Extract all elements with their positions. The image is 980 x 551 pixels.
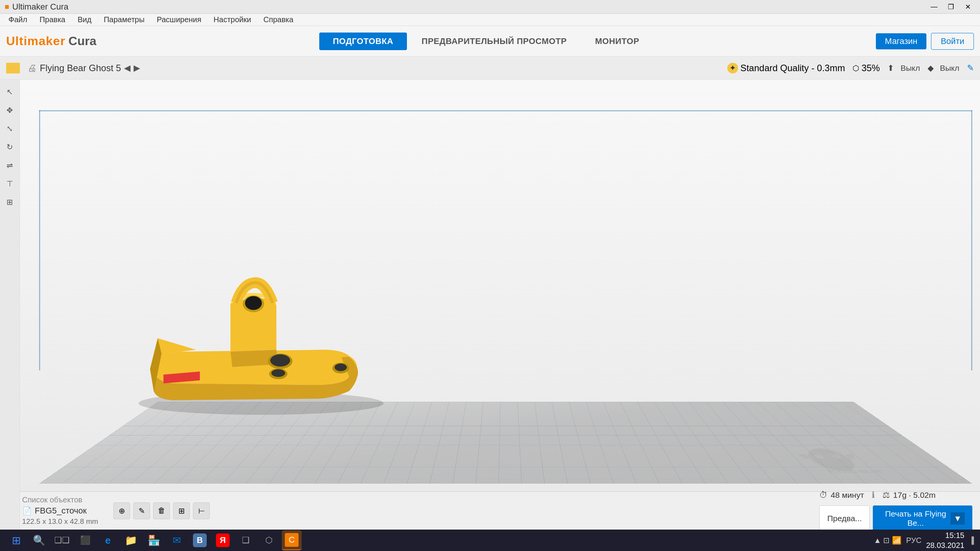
minimize-button[interactable]: — [926, 2, 942, 12]
menu-file[interactable]: Файл [3, 14, 33, 26]
system-tray: ▲ ⊡ 📶 [874, 536, 902, 545]
title-bar-left: ■ Ultimaker Cura [5, 2, 69, 12]
restore-button[interactable]: ❐ [943, 2, 959, 12]
taskbar-search[interactable]: 🔍 [29, 530, 49, 550]
weight-icon: ⚖ [882, 490, 890, 500]
language-indicator: РУС [906, 536, 921, 545]
object-section-label: Список объектов [22, 496, 98, 504]
taskbar-mail[interactable]: ✉ [167, 530, 187, 550]
object-name: FBG5_сточок [35, 506, 87, 516]
svg-text:FLYING BEAR: FLYING BEAR [825, 469, 885, 474]
quality-area[interactable]: ✦ Standard Quality - 0.3mm [727, 63, 845, 73]
taskbar-widgets[interactable]: ⬛ [75, 530, 95, 550]
taskbar-yandex[interactable]: Я [213, 530, 233, 550]
title-bar-controls: — ❐ ✕ [926, 2, 975, 12]
print-buttons: Предва... Печать на Flying Be... ▼ [819, 505, 972, 530]
app-container: Ultimaker Cura ПОДГОТОВКА ПРЕДВАРИТЕЛЬНЫ… [0, 26, 980, 530]
clock-date: 28.03.2021 [926, 540, 964, 550]
material-value: 17g · 5.02m [893, 491, 936, 500]
viewport[interactable]: FLYING BEAR [20, 80, 980, 530]
taskbar-store[interactable]: 🏪 [144, 530, 164, 550]
taskbar-edge[interactable]: e [98, 530, 118, 550]
move-tool-button[interactable]: ✥ [2, 103, 18, 118]
svg-point-12 [335, 364, 347, 371]
delete-object-button[interactable]: 🗑 [153, 502, 170, 519]
clock-time: 15:15 [926, 530, 964, 540]
time-value: 48 минут [831, 491, 864, 500]
taskbar-start[interactable]: ⊞ [6, 530, 26, 550]
preview-button[interactable]: Предва... [819, 505, 870, 530]
store-button[interactable]: Магазин [876, 33, 927, 49]
left-sidebar: ↖ ✥ ⤡ ↻ ⇌ ⊤ ⊞ [0, 80, 20, 530]
merge-objects-button[interactable]: ⊢ [193, 502, 210, 519]
secondary-toolbar: 🖨 Flying Bear Ghost 5 ◀ ▶ ✦ Standard Qua… [0, 57, 980, 80]
menu-extensions[interactable]: Расширения [152, 14, 207, 26]
info-panel: ▲ Список объектов 📄 FBG5_сточок 122.5 x … [0, 491, 980, 530]
infill-icon: ⬡ [853, 64, 859, 73]
main-toolbar: Ultimaker Cura ПОДГОТОВКА ПРЕДВАРИТЕЛЬНЫ… [0, 26, 980, 57]
printer-icon: 🖨 [28, 63, 37, 73]
info-icon[interactable]: ℹ [872, 490, 875, 500]
time-icon: ⏱ [819, 490, 828, 500]
login-button[interactable]: Войти [931, 33, 974, 50]
object-dimensions: 122.5 x 13.0 x 42.8 mm [22, 517, 98, 526]
support-icon: ⬆ [887, 64, 894, 73]
nav-preview-button[interactable]: ПРЕДВАРИТЕЛЬНЫЙ ПРОСМОТР [408, 33, 580, 50]
infill-area[interactable]: ⬡ 35% [853, 63, 880, 73]
3d-model [104, 262, 395, 422]
bed-wall-right [971, 110, 972, 370]
printer-next-button[interactable]: ▶ [134, 63, 140, 73]
title-bar: ■ Ultimaker Cura — ❐ ✕ [0, 0, 980, 14]
quality-label: Standard Quality - 0.3mm [740, 63, 845, 73]
print-dropdown-icon[interactable]: ▼ [951, 512, 965, 525]
taskbar-task-view[interactable]: ❑❑ [52, 530, 72, 550]
nav-prepare-button[interactable]: ПОДГОТОВКА [319, 33, 407, 50]
taskbar-app1[interactable]: ❑ [236, 530, 256, 550]
main-content: ↖ ✥ ⤡ ↻ ⇌ ⊤ ⊞ [0, 80, 980, 530]
menu-params[interactable]: Параметры [98, 14, 150, 26]
support-area[interactable]: ⬆ Выкл [887, 64, 920, 73]
svg-point-6 [245, 296, 262, 310]
mirror-tool-button[interactable]: ⇌ [2, 158, 18, 173]
menu-edit[interactable]: Правка [34, 14, 71, 26]
support-label: Выкл [900, 64, 920, 73]
object-file-icon: 📄 [22, 506, 32, 515]
support-tool-button[interactable]: ⊤ [2, 176, 18, 191]
transform-tools: ⊕ ✎ 🗑 ⊞ ⊢ [113, 502, 210, 519]
select-tool-button[interactable]: ↖ [2, 84, 18, 99]
edit-settings-button[interactable]: ✎ [967, 63, 974, 73]
bed-wall-back [39, 110, 972, 111]
duplicate-object-button[interactable]: ⊞ [173, 502, 190, 519]
taskbar-cura[interactable]: C [282, 530, 302, 550]
adhesion-area[interactable]: ◆ Выкл [928, 64, 959, 73]
svg-point-10 [271, 369, 285, 377]
print-button[interactable]: Печать на Flying Be... ▼ [873, 505, 972, 530]
printer-prev-button[interactable]: ◀ [124, 63, 131, 73]
nav-monitor-button[interactable]: МОНИТОР [581, 33, 653, 50]
open-file-area[interactable] [6, 63, 20, 73]
taskbar-right: ▲ ⊡ 📶 РУС 15:15 28.03.2021 ▐ [874, 530, 974, 550]
toolbar-right: Магазин Войти [876, 33, 974, 50]
logo-text: Ultimaker [6, 34, 65, 48]
object-info: Список объектов 📄 FBG5_сточок 122.5 x 13… [22, 496, 98, 526]
per-model-tool-button[interactable]: ⊞ [2, 194, 18, 210]
folder-icon [6, 63, 20, 73]
svg-point-0 [800, 448, 864, 471]
rename-object-button[interactable]: ✎ [133, 502, 150, 519]
show-desktop[interactable]: ▐ [969, 536, 974, 544]
app-icon: ■ [5, 2, 9, 11]
close-button[interactable]: ✕ [960, 2, 975, 12]
print-panel: ⏱ 48 минут ℹ ⚖ 17g · 5.02m Предва... Печ… [819, 490, 972, 530]
scale-tool-button[interactable]: ⤡ [2, 121, 18, 136]
taskbar-explorer[interactable]: 📁 [121, 530, 141, 550]
menu-help[interactable]: Справка [258, 14, 299, 26]
taskbar-clock[interactable]: 15:15 28.03.2021 [926, 530, 964, 550]
taskbar-vk[interactable]: В [190, 530, 210, 550]
printer-selection[interactable]: 🖨 Flying Bear Ghost 5 ◀ ▶ [28, 63, 140, 73]
bed-wall-left [39, 110, 40, 370]
menu-view[interactable]: Вид [72, 14, 97, 26]
add-object-button[interactable]: ⊕ [113, 502, 130, 519]
taskbar-app2[interactable]: ⬡ [259, 530, 279, 550]
rotate-tool-button[interactable]: ↻ [2, 139, 18, 155]
menu-settings[interactable]: Настройки [208, 14, 256, 26]
